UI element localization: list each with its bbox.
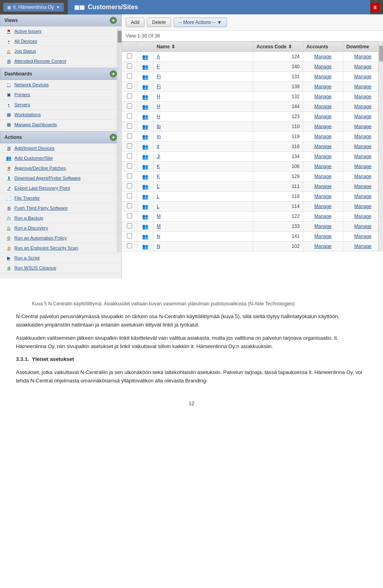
row-accounts[interactable]: Manage (303, 152, 343, 162)
table-row[interactable]: 👥 H 144 Manage Manage (122, 102, 383, 112)
sidebar-item-download-agent[interactable]: ⬇ Download Agent/Probe Software (0, 173, 121, 183)
accounts-manage-link[interactable]: Manage (314, 74, 332, 79)
name-link[interactable]: L (157, 194, 160, 199)
row-name[interactable]: H (153, 112, 253, 122)
table-row[interactable]: 👥 M 122 Manage Manage (122, 212, 383, 222)
row-accounts[interactable]: Manage (303, 102, 343, 112)
accounts-manage-link[interactable]: Manage (314, 124, 332, 129)
row-name[interactable]: K (153, 172, 253, 182)
sidebar-item-run-discovery[interactable]: ◎ Run a Discovery (0, 223, 121, 233)
row-downtime[interactable]: Manage (343, 172, 383, 182)
row-checkbox[interactable] (122, 62, 137, 72)
name-link[interactable]: F (157, 64, 160, 69)
accounts-manage-link[interactable]: Manage (314, 184, 332, 189)
sidebar-item-export-recovery[interactable]: ↗ Export Last Recovery Point (0, 183, 121, 193)
row-downtime[interactable]: Manage (343, 202, 383, 212)
row-name[interactable]: K (153, 162, 253, 172)
row-accounts[interactable]: Manage (303, 242, 343, 251)
row-downtime[interactable]: Manage (343, 82, 383, 92)
row-downtime[interactable]: Manage (343, 162, 383, 172)
sidebar-item-job-status[interactable]: ◎ Job Status (0, 46, 121, 56)
delete-button[interactable]: Delete (147, 18, 171, 27)
name-link[interactable]: H (157, 114, 160, 119)
row-accounts[interactable]: Manage (303, 202, 343, 212)
accounts-manage-link[interactable]: Manage (314, 144, 332, 149)
row-downtime[interactable]: Manage (343, 62, 383, 72)
row-name[interactable]: H (153, 92, 253, 102)
downtime-manage-link[interactable]: Manage (354, 224, 371, 229)
sidebar-item-run-script[interactable]: ▶ Run a Script (0, 253, 121, 263)
downtime-manage-link[interactable]: Manage (354, 164, 371, 169)
row-checkbox[interactable] (122, 212, 137, 222)
row-checkbox[interactable] (122, 242, 137, 251)
sidebar-item-add-import-devices[interactable]: ⊞ Add/Import Devices (0, 143, 121, 153)
row-checkbox[interactable] (122, 182, 137, 192)
table-row[interactable]: 👥 it 116 Manage Manage (122, 142, 383, 152)
table-row[interactable]: 👥 N 102 Manage Manage (122, 242, 383, 251)
row-downtime[interactable]: Manage (343, 112, 383, 122)
more-actions-button[interactable]: -- More Actions -- ▼ (174, 18, 227, 27)
table-row[interactable]: 👥 L 118 Manage Manage (122, 192, 383, 202)
row-accounts[interactable]: Manage (303, 142, 343, 152)
name-link[interactable]: A (157, 54, 160, 59)
accounts-manage-link[interactable]: Manage (314, 174, 332, 179)
accounts-manage-link[interactable]: Manage (314, 54, 332, 59)
accounts-manage-link[interactable]: Manage (314, 154, 332, 159)
row-name[interactable]: it (153, 142, 253, 152)
row-accounts[interactable]: Manage (303, 122, 343, 132)
sidebar-item-manage-dashboards[interactable]: ▦ Manage Dashboards (0, 120, 121, 130)
table-row[interactable]: 👥 L 114 Manage Manage (122, 202, 383, 212)
row-checkbox[interactable] (122, 122, 137, 132)
downtime-manage-link[interactable]: Manage (354, 74, 371, 79)
row-accounts[interactable]: Manage (303, 232, 343, 242)
views-add-button[interactable]: + (110, 17, 117, 24)
name-link[interactable]: Ib (157, 124, 161, 129)
downtime-manage-link[interactable]: Manage (354, 104, 371, 109)
row-checkbox[interactable] (122, 82, 137, 92)
name-link[interactable]: L (157, 204, 160, 209)
sidebar-item-workstations[interactable]: ▦ Workstations (0, 110, 121, 120)
name-link[interactable]: N (157, 234, 160, 239)
row-accounts[interactable]: Manage (303, 212, 343, 222)
downtime-manage-link[interactable]: Manage (354, 144, 371, 149)
downtime-manage-link[interactable]: Manage (354, 54, 371, 59)
row-accounts[interactable]: Manage (303, 162, 343, 172)
accounts-manage-link[interactable]: Manage (314, 164, 332, 169)
row-checkbox[interactable] (122, 92, 137, 102)
row-downtime[interactable]: Manage (343, 152, 383, 162)
table-row[interactable]: 👥 N 141 Manage Manage (122, 232, 383, 242)
actions-add-button[interactable]: + (110, 134, 117, 141)
row-accounts[interactable]: Manage (303, 192, 343, 202)
name-link[interactable]: M (157, 214, 161, 219)
row-accounts[interactable]: Manage (303, 182, 343, 192)
name-link[interactable]: L (157, 184, 160, 189)
row-checkbox[interactable] (122, 132, 137, 142)
row-downtime[interactable]: Manage (343, 242, 383, 251)
views-header[interactable]: Views + (0, 14, 121, 26)
dashboards-header[interactable]: Dashboards + (0, 68, 121, 80)
accounts-manage-link[interactable]: Manage (314, 64, 332, 69)
sidebar-item-approve-decline-patches[interactable]: ✱ Approve/Decline Patches (0, 163, 121, 173)
downtime-manage-link[interactable]: Manage (354, 244, 371, 249)
row-name[interactable]: M (153, 222, 253, 232)
accounts-manage-link[interactable]: Manage (314, 194, 332, 199)
table-row[interactable]: 👥 K 129 Manage Manage (122, 172, 383, 182)
downtime-manage-link[interactable]: Manage (354, 154, 371, 159)
table-row[interactable]: 👥 L 111 Manage Manage (122, 182, 383, 192)
row-checkbox[interactable] (122, 152, 137, 162)
downtime-manage-link[interactable]: Manage (354, 174, 371, 179)
row-name[interactable]: N (153, 232, 253, 242)
downtime-manage-link[interactable]: Manage (354, 214, 371, 219)
client-selector[interactable]: ▦ it. Hämeenlinna Oy ▼ (3, 3, 64, 12)
sidebar-item-run-backup[interactable]: ◷ Run a Backup (0, 213, 121, 223)
sidebar-item-file-transfer[interactable]: 📄 File Transfer (0, 193, 121, 203)
row-checkbox[interactable] (122, 232, 137, 242)
col-header-access-code[interactable]: Access Code ⇕ (253, 42, 303, 52)
accounts-manage-link[interactable]: Manage (314, 224, 332, 229)
table-scrollbar[interactable] (378, 42, 383, 251)
sidebar-item-all-devices[interactable]: ▪ All Devices (0, 36, 121, 46)
downtime-manage-link[interactable]: Manage (354, 64, 371, 69)
row-accounts[interactable]: Manage (303, 172, 343, 182)
sidebar-item-printers[interactable]: ▣ Printers (0, 90, 121, 100)
row-downtime[interactable]: Manage (343, 182, 383, 192)
